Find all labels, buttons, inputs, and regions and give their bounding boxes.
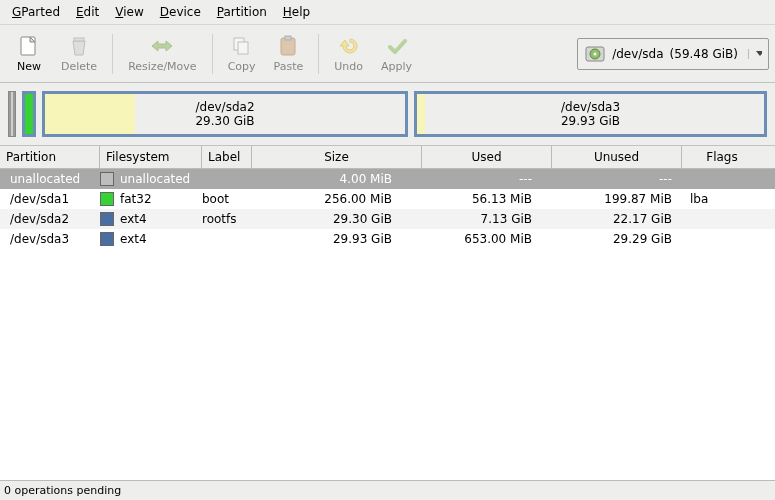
partition-map: /dev/sda2 29.30 GiB /dev/sda3 29.93 GiB bbox=[0, 83, 775, 146]
cell-used: 56.13 MiB bbox=[422, 192, 552, 206]
device-path: /dev/sda bbox=[612, 47, 663, 61]
delete-label: Delete bbox=[61, 60, 97, 73]
col-unused[interactable]: Unused bbox=[552, 146, 682, 168]
undo-icon bbox=[337, 34, 361, 58]
map-used-fill bbox=[45, 94, 135, 134]
map-used-fill bbox=[417, 94, 425, 134]
svg-rect-3 bbox=[238, 42, 248, 54]
apply-button[interactable]: Apply bbox=[372, 29, 421, 78]
device-selector[interactable]: /dev/sda (59.48 GiB) bbox=[577, 38, 769, 70]
cell-size: 256.00 MiB bbox=[252, 192, 422, 206]
menubar: GParted Edit View Device Partition Help bbox=[0, 0, 775, 25]
fs-swatch bbox=[100, 192, 114, 206]
map-size: 29.30 GiB bbox=[195, 114, 254, 128]
resize-button[interactable]: Resize/Move bbox=[119, 29, 205, 78]
copy-icon bbox=[230, 34, 254, 58]
cell-used: 7.13 GiB bbox=[422, 212, 552, 226]
svg-rect-5 bbox=[285, 36, 291, 40]
map-size: 29.93 GiB bbox=[561, 114, 620, 128]
separator bbox=[212, 34, 213, 74]
cell-partition: /dev/sda1 bbox=[0, 192, 100, 206]
cell-partition: /dev/sda3 bbox=[0, 232, 100, 246]
cell-used: 653.00 MiB bbox=[422, 232, 552, 246]
col-used[interactable]: Used bbox=[422, 146, 552, 168]
col-flags[interactable]: Flags bbox=[682, 146, 762, 168]
cell-unused: 199.87 MiB bbox=[552, 192, 682, 206]
cell-size: 29.93 GiB bbox=[252, 232, 422, 246]
fs-swatch bbox=[100, 232, 114, 246]
cell-partition: /dev/sda2 bbox=[0, 212, 100, 226]
table-row[interactable]: unallocatedunallocated4.00 MiB------ bbox=[0, 169, 775, 189]
separator bbox=[318, 34, 319, 74]
copy-button[interactable]: Copy bbox=[219, 29, 265, 78]
map-label: /dev/sda3 bbox=[561, 100, 620, 114]
map-partition-sda2[interactable]: /dev/sda2 29.30 GiB bbox=[42, 91, 408, 137]
cell-used: --- bbox=[422, 172, 552, 186]
cell-filesystem: ext4 bbox=[100, 212, 202, 226]
cell-size: 29.30 GiB bbox=[252, 212, 422, 226]
table-row[interactable]: /dev/sda1fat32boot256.00 MiB56.13 MiB199… bbox=[0, 189, 775, 209]
undo-button[interactable]: Undo bbox=[325, 29, 372, 78]
cell-filesystem: unallocated bbox=[100, 172, 202, 186]
harddisk-icon bbox=[584, 43, 606, 65]
cell-unused: 29.29 GiB bbox=[552, 232, 682, 246]
svg-point-8 bbox=[594, 52, 597, 55]
svg-rect-4 bbox=[281, 38, 295, 55]
copy-label: Copy bbox=[228, 60, 256, 73]
map-partition-sda3[interactable]: /dev/sda3 29.93 GiB bbox=[414, 91, 767, 137]
separator bbox=[112, 34, 113, 74]
delete-icon bbox=[67, 34, 91, 58]
paste-label: Paste bbox=[274, 60, 304, 73]
status-text: 0 operations pending bbox=[4, 484, 121, 497]
table-header: Partition Filesystem Label Size Used Unu… bbox=[0, 146, 775, 169]
chevron-down-icon bbox=[748, 49, 762, 59]
map-partition-sda1[interactable] bbox=[22, 91, 36, 137]
cell-flags: lba bbox=[682, 192, 762, 206]
fs-swatch bbox=[100, 212, 114, 226]
map-handle-left bbox=[8, 91, 16, 137]
menu-device[interactable]: Device bbox=[152, 2, 209, 22]
table-row[interactable]: /dev/sda3ext429.93 GiB653.00 MiB29.29 Gi… bbox=[0, 229, 775, 249]
toolbar: New Delete Resize/Move Copy Paste Undo bbox=[0, 25, 775, 83]
menu-help[interactable]: Help bbox=[275, 2, 318, 22]
cell-partition: unallocated bbox=[0, 172, 100, 186]
apply-label: Apply bbox=[381, 60, 412, 73]
paste-button[interactable]: Paste bbox=[265, 29, 313, 78]
resize-label: Resize/Move bbox=[128, 60, 196, 73]
cell-label: boot bbox=[202, 192, 252, 206]
statusbar: 0 operations pending bbox=[0, 480, 775, 500]
menu-partition[interactable]: Partition bbox=[209, 2, 275, 22]
cell-unused: 22.17 GiB bbox=[552, 212, 682, 226]
apply-icon bbox=[385, 34, 409, 58]
col-filesystem[interactable]: Filesystem bbox=[100, 146, 202, 168]
cell-filesystem: ext4 bbox=[100, 232, 202, 246]
menu-gparted[interactable]: GParted bbox=[4, 2, 68, 22]
device-size: (59.48 GiB) bbox=[670, 47, 738, 61]
undo-label: Undo bbox=[334, 60, 363, 73]
svg-rect-1 bbox=[74, 38, 84, 41]
resize-icon bbox=[150, 34, 174, 58]
cell-unused: --- bbox=[552, 172, 682, 186]
table-row[interactable]: /dev/sda2ext4rootfs29.30 GiB7.13 GiB22.1… bbox=[0, 209, 775, 229]
cell-filesystem: fat32 bbox=[100, 192, 202, 206]
col-size[interactable]: Size bbox=[252, 146, 422, 168]
fs-swatch bbox=[100, 172, 114, 186]
menu-view[interactable]: View bbox=[107, 2, 151, 22]
new-icon bbox=[17, 34, 41, 58]
new-label: New bbox=[17, 60, 41, 73]
delete-button[interactable]: Delete bbox=[52, 29, 106, 78]
partition-table: unallocatedunallocated4.00 MiB------/dev… bbox=[0, 169, 775, 480]
map-label: /dev/sda2 bbox=[195, 100, 254, 114]
col-partition[interactable]: Partition bbox=[0, 146, 100, 168]
new-button[interactable]: New bbox=[6, 29, 52, 78]
menu-edit[interactable]: Edit bbox=[68, 2, 107, 22]
cell-size: 4.00 MiB bbox=[252, 172, 422, 186]
paste-icon bbox=[276, 34, 300, 58]
cell-label: rootfs bbox=[202, 212, 252, 226]
col-label[interactable]: Label bbox=[202, 146, 252, 168]
